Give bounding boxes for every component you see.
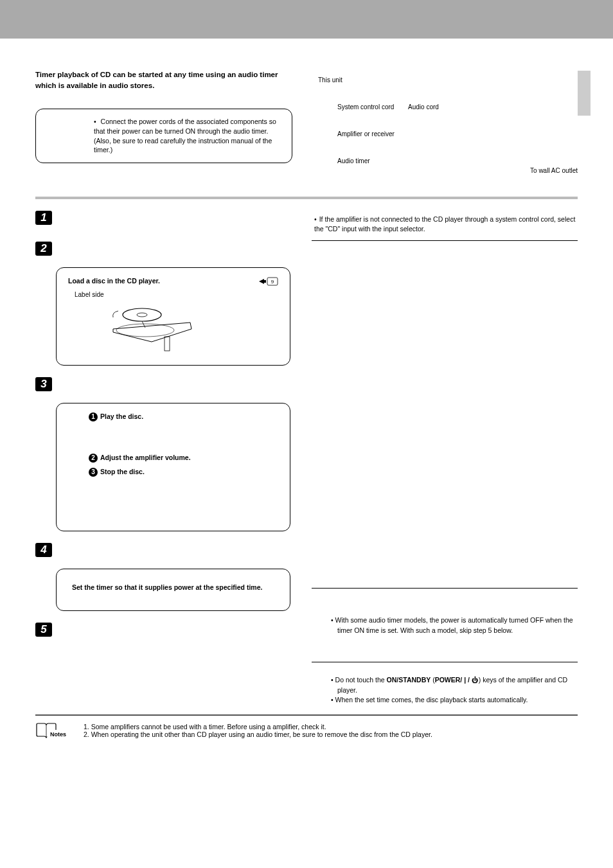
svg-point-3: [137, 313, 147, 317]
diagram-audio-cord: Audio cord: [408, 103, 439, 111]
sub-2-icon: 2: [89, 454, 98, 463]
diagram-sys-cord: System control cord: [337, 103, 394, 111]
step-2-icon: 2: [35, 242, 52, 256]
step-4-text: Set the timer so that it supplies power …: [72, 583, 262, 591]
standby-note-box: • Do not touch the ON/STANDBY (POWER/ | …: [331, 675, 578, 705]
sub-3-icon: 3: [89, 468, 98, 477]
diagram-timer: Audio timer: [337, 157, 370, 164]
notes-label: Notes: [47, 730, 69, 739]
diagram-this-unit: This unit: [318, 76, 342, 84]
step-4-icon: 4: [35, 543, 52, 557]
footer-note-2: 2. When operating the unit other than CD…: [84, 731, 432, 738]
step-2-text: Load a disc in the CD player.: [68, 277, 160, 285]
amp-note: If the amplifier is not connected to the…: [312, 215, 578, 234]
connect-line2: (Also, be sure to read carefully the ins…: [94, 137, 272, 154]
connection-diagram: This unit System control cord Audio cord…: [312, 69, 578, 182]
standby-d: POWER/: [435, 676, 463, 684]
connect-line1: Connect the power cords of the associate…: [94, 118, 276, 135]
diagram-amp: Amplifier or receiver: [337, 130, 395, 137]
svg-rect-5: [164, 337, 170, 351]
step-3a: Play the disc.: [100, 412, 143, 420]
page-ref-icon: 9: [259, 277, 278, 287]
standby-b: ON/STANDBY: [387, 676, 431, 684]
footer-divider: [35, 714, 578, 716]
footer-notes: Notes 1. Some amplifiers cannot be used …: [35, 721, 578, 740]
sub-1-icon: 1: [89, 412, 98, 421]
step-3-box: 1Play the disc. 2Adjust the amplifier vo…: [56, 403, 290, 531]
divider: [35, 197, 578, 199]
label-side: Label side: [75, 291, 278, 298]
step-2-box: Load a disc in the CD player. 9 Label si…: [56, 267, 290, 366]
step-5-icon: 5: [35, 623, 52, 637]
step-3b: Adjust the amplifier volume.: [100, 454, 191, 461]
step-1-icon: 1: [35, 211, 52, 225]
timer-note-box: • With some audio timer models, the powe…: [331, 616, 578, 636]
svg-point-4: [116, 324, 174, 337]
intro-text: Timer playback of CD can be started at a…: [35, 69, 292, 91]
step-4-box: Set the timer so that it supplies power …: [56, 569, 290, 611]
connect-box: Connect the power cords of the associate…: [35, 109, 292, 163]
standby-final: When the set time comes, the disc playba…: [335, 696, 528, 704]
timer-note: With some audio timer models, the power …: [335, 616, 573, 634]
power-icon: | / ⏻: [462, 676, 479, 684]
svg-point-2: [123, 308, 161, 321]
step-3c: Stop the disc.: [100, 468, 145, 475]
diagram-to-wall: To wall AC outlet: [530, 167, 578, 174]
page-content: Timer playback of CD can be started at a…: [0, 44, 613, 759]
side-tab: [578, 71, 591, 116]
header-banner: [0, 0, 613, 39]
svg-text:9: 9: [271, 279, 274, 285]
standby-a: Do not touch the: [335, 676, 387, 684]
step-3-icon: 3: [35, 377, 52, 391]
disc-illustration: [107, 303, 278, 356]
footer-note-1: 1. Some amplifiers cannot be used with a…: [84, 723, 432, 731]
